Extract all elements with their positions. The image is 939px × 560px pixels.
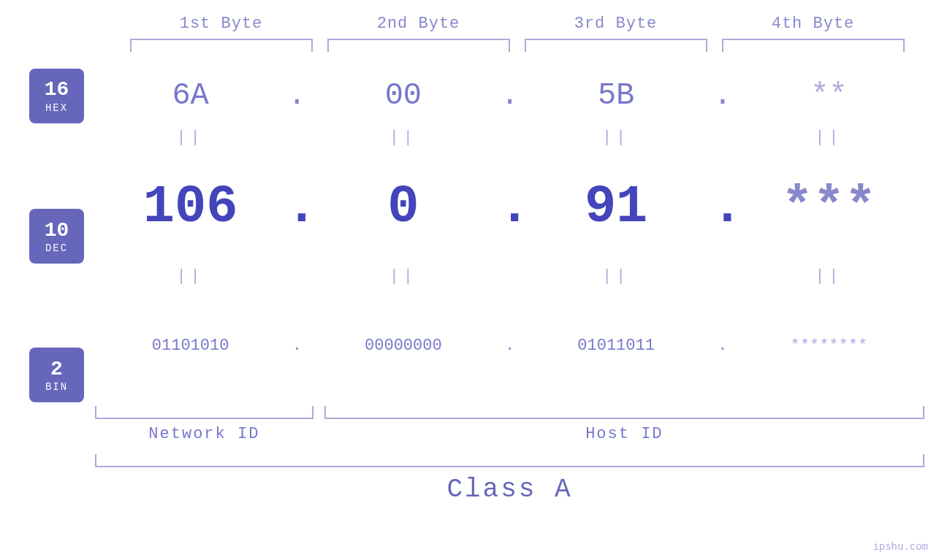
bracket-byte3 — [525, 39, 707, 52]
hex-byte1: 6A — [95, 78, 286, 113]
hex-byte3: 5B — [521, 78, 712, 113]
dec-byte1: 106 — [95, 177, 286, 237]
hex-badge: 16 HEX — [29, 69, 84, 123]
byte1-header: 1st Byte — [123, 15, 320, 33]
host-id-label: Host ID — [324, 425, 924, 443]
bin-data-row: 01101010 . 00000000 . 01011011 — [95, 317, 924, 375]
top-brackets — [123, 39, 912, 52]
main-container: 1st Byte 2nd Byte 3rd Byte 4th Byte 16 H… — [0, 0, 939, 560]
bin-dot1: . — [286, 337, 308, 355]
bin-byte1: 01101010 — [95, 337, 286, 355]
bracket-byte1 — [130, 39, 313, 52]
hex-dot1: . — [286, 78, 308, 113]
watermark: ipshu.com — [873, 541, 928, 553]
eq1-b4: || — [734, 129, 924, 147]
byte-headers-row: 1st Byte 2nd Byte 3rd Byte 4th Byte — [123, 15, 912, 33]
bin-badge: 2 BIN — [29, 348, 84, 402]
bracket-byte2 — [327, 39, 510, 52]
dec-byte2: 0 — [308, 177, 498, 237]
equals-row2: || || || || — [95, 264, 939, 289]
bin-dot2: . — [499, 337, 521, 355]
bracket-byte4 — [722, 39, 905, 52]
network-id-label: Network ID — [95, 425, 313, 443]
hex-dot2: . — [499, 78, 521, 113]
hex-data-row: 6A . 00 . 5B . — [95, 66, 924, 125]
dec-dot1: . — [286, 177, 308, 237]
id-brackets — [95, 406, 924, 419]
hex-byte2: 00 — [308, 78, 498, 113]
eq1-b2: || — [308, 129, 498, 147]
hex-dot3: . — [712, 78, 734, 113]
bin-row-data: 01101010 . 00000000 . 01011011 — [95, 317, 939, 375]
bottom-section: Network ID Host ID Class A — [95, 406, 939, 505]
dec-row-data: 106 . 0 . 91 . — [95, 167, 939, 248]
dec-byte3: 91 — [521, 177, 712, 237]
equals-row1: || || || || — [95, 125, 939, 150]
eq1-b1: || — [95, 129, 286, 147]
eq2-b3: || — [521, 267, 712, 285]
eq2-b4: || — [734, 267, 924, 285]
id-labels: Network ID Host ID — [95, 425, 924, 443]
bin-byte4: ******** — [734, 337, 924, 355]
bin-dot3: . — [712, 337, 734, 355]
hex-byte4: ** — [734, 78, 924, 113]
left-labels-dec: 10 DEC — [0, 150, 95, 264]
dec-dot2: . — [499, 177, 521, 237]
bin-byte3: 01011011 — [521, 337, 712, 355]
network-bracket — [95, 406, 313, 419]
equals-separator2: || || || || — [95, 264, 924, 289]
dec-byte4: *** — [734, 177, 924, 237]
dec-data-row: 106 . 0 . 91 . — [95, 167, 924, 248]
class-label: Class A — [95, 475, 924, 505]
dec-badge: 10 DEC — [29, 209, 84, 264]
byte3-header: 3rd Byte — [517, 15, 715, 33]
eq2-b1: || — [95, 267, 286, 285]
bin-byte2: 00000000 — [308, 337, 498, 355]
equals-separator1: || || || || — [95, 125, 924, 150]
host-bracket — [324, 406, 924, 419]
eq1-b3: || — [521, 129, 712, 147]
hex-row-data: 6A . 00 . 5B . — [95, 66, 939, 125]
byte4-header: 4th Byte — [715, 15, 912, 33]
left-labels: 16 HEX — [0, 69, 95, 123]
byte2-header: 2nd Byte — [320, 15, 517, 33]
dec-dot3: . — [712, 177, 734, 237]
left-labels-bin: 2 BIN — [0, 289, 95, 402]
eq2-b2: || — [308, 267, 498, 285]
class-bracket — [95, 454, 924, 467]
